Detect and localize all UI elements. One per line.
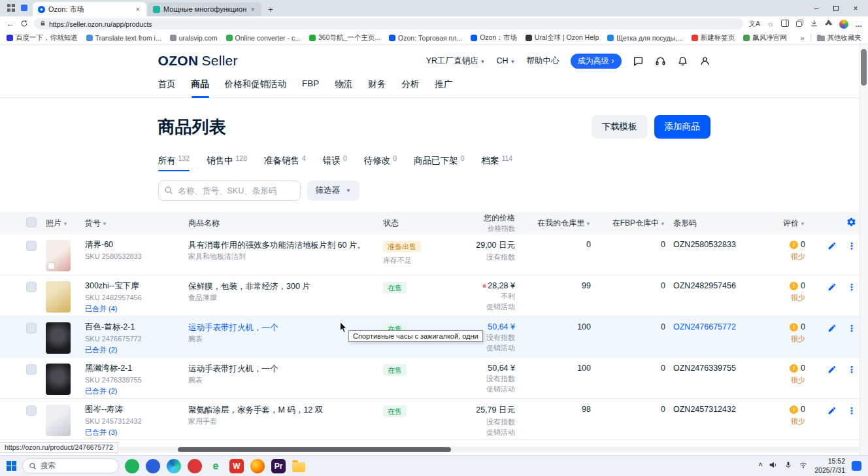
filter-tab[interactable]: 档案114 — [481, 155, 512, 169]
nav-item[interactable]: 首页 — [158, 73, 176, 97]
filter-tab[interactable]: 准备销售4 — [264, 155, 306, 169]
window-maximize-button[interactable] — [826, 0, 846, 16]
promo-note[interactable]: 促销活动 — [443, 428, 515, 437]
language-selector[interactable]: CH▼ — [497, 56, 516, 65]
row-more-menu-icon[interactable]: ⋮ — [847, 365, 856, 377]
taskbar-app-icon[interactable]: Pr — [271, 459, 286, 473]
headset-icon[interactable] — [655, 56, 666, 67]
favorites-star-icon[interactable]: ☆ — [767, 20, 773, 28]
network-wifi-icon[interactable] — [799, 460, 808, 472]
taskbar-app-icon[interactable]: e — [209, 459, 223, 473]
bookmarks-overflow-icon[interactable]: » — [801, 34, 805, 42]
download-icon[interactable] — [810, 20, 818, 28]
nav-item[interactable]: 商品 — [192, 73, 209, 97]
horizontal-scrollbar-thumb[interactable] — [178, 447, 451, 452]
window-minimize-button[interactable]: – — [807, 0, 826, 16]
row-more-menu-icon[interactable]: ⋮ — [847, 324, 856, 335]
filter-tab[interactable]: 待修改0 — [364, 155, 397, 169]
filter-tab[interactable]: 错误0 — [323, 155, 347, 169]
bookmark-item[interactable]: 360导航_一个主页... — [309, 33, 380, 42]
tray-chevron-icon[interactable]: ^ — [758, 462, 762, 469]
merged-link[interactable]: 已合并 (2) — [85, 345, 182, 355]
product-name-link[interactable]: 运动手表带打火机，一个 — [188, 364, 374, 374]
bookmark-item[interactable]: 新建标签页 — [692, 33, 735, 42]
extensions-icon[interactable] — [825, 20, 832, 28]
product-name-link[interactable]: 保鲜膜，包装，非常经济，300 片 — [188, 281, 374, 292]
chat-icon[interactable] — [633, 56, 644, 67]
nav-item[interactable]: 物流 — [335, 73, 352, 97]
row-more-menu-icon[interactable]: ⋮ — [847, 282, 856, 294]
product-thumbnail[interactable] — [46, 281, 71, 313]
edit-icon[interactable] — [827, 324, 837, 335]
table-settings-gear-icon[interactable] — [846, 217, 856, 229]
product-name-link[interactable]: 聚氨酯涂层，家务手套，M 码，12 双 — [188, 405, 374, 415]
edit-icon[interactable] — [827, 282, 837, 294]
bookmark-item[interactable]: Translate text from i... — [86, 34, 161, 42]
help-center-link[interactable]: 帮助中心 — [527, 56, 559, 67]
bookmark-item[interactable]: Щетка для посуды,... — [607, 34, 683, 42]
window-close-button[interactable]: × — [846, 0, 865, 16]
column-sku[interactable]: 货号▼ — [85, 218, 188, 229]
other-favorites-folder[interactable]: 其他收藏夹 — [817, 33, 862, 42]
column-my-warehouse[interactable]: 在我的仓库里▼ — [522, 218, 599, 229]
merged-link[interactable]: 已合并 (3) — [85, 428, 182, 437]
nav-item[interactable]: 推广 — [435, 73, 452, 97]
ozon-seller-logo[interactable]: OZONSeller — [158, 53, 238, 69]
notification-icon[interactable] — [852, 461, 861, 471]
bell-icon[interactable] — [677, 56, 688, 67]
row-checkbox[interactable] — [26, 364, 37, 375]
column-rating[interactable]: 评价▼ — [760, 218, 817, 229]
edit-icon[interactable] — [827, 406, 837, 418]
browser-tab-active[interactable]: Ozon: 市场 × — [33, 2, 146, 16]
bookmark-item[interactable]: 飙风净官网 — [743, 33, 787, 42]
workspace-icon[interactable] — [20, 3, 28, 14]
tab-close-icon[interactable]: × — [250, 5, 256, 13]
filter-tab[interactable]: 销售中128 — [207, 155, 247, 169]
bookmark-item[interactable]: Online converter - c... — [226, 34, 301, 42]
url-bar[interactable]: https://seller.ozon.ru/app/products — [34, 18, 743, 29]
table-row[interactable]: 图岑--寿涛 SKU 2457312432 已合并 (3) 聚氨酯涂层，家务手套… — [0, 399, 868, 440]
product-thumbnail[interactable] — [46, 240, 71, 271]
bookmark-item[interactable]: Ozon: Торговая пл... — [389, 34, 462, 42]
add-product-button[interactable]: 添加商品 — [654, 115, 710, 139]
table-row[interactable]: 300zhi--宝下摩 SKU 2482957456 已合并 (4) 保鲜膜，包… — [0, 275, 868, 316]
bookmark-item[interactable]: 百度一下，你就知道 — [7, 33, 78, 42]
row-more-menu-icon[interactable]: ⋮ — [847, 406, 856, 418]
refresh-icon[interactable] — [20, 20, 28, 29]
horizontal-scrollbar[interactable] — [0, 447, 860, 452]
edit-icon[interactable] — [827, 365, 837, 377]
row-checkbox[interactable] — [26, 282, 37, 292]
profile-avatar[interactable] — [839, 20, 848, 29]
row-checkbox[interactable] — [26, 241, 37, 251]
search-input[interactable] — [158, 180, 301, 201]
nav-item[interactable]: 财务 — [368, 73, 386, 97]
filter-tab[interactable]: 商品已下架0 — [414, 155, 464, 169]
product-thumbnail[interactable] — [46, 405, 71, 436]
table-row[interactable]: 黑濑湾标-2-1 SKU 2476339755 已合并 (2) 运动手表带打火机… — [0, 358, 868, 399]
nav-item[interactable]: 分析 — [401, 73, 419, 97]
table-row[interactable]: 清界-60 SKU 2580532833 具有消毒作用的强效多功能清洁地板片剂 … — [0, 234, 868, 275]
taskbar-clock[interactable]: 15:52 2025/7/31 — [814, 457, 845, 475]
user-icon[interactable] — [699, 56, 710, 67]
row-more-menu-icon[interactable]: ⋮ — [847, 241, 856, 253]
taskbar-app-icon[interactable] — [292, 462, 305, 472]
sidebar-icon[interactable] — [781, 20, 789, 28]
column-fbp-warehouse[interactable]: 在FBP仓库中▼ — [599, 218, 673, 229]
microphone-icon[interactable] — [784, 460, 792, 472]
nav-item[interactable]: 价格和促销活动 — [225, 73, 287, 97]
back-icon[interactable]: ← — [6, 20, 14, 28]
taskbar-app-icon[interactable] — [167, 459, 181, 473]
tab-close-icon[interactable]: × — [135, 5, 141, 13]
product-name-link[interactable]: 具有消毒作用的强效多功能清洁地板片剂 60 片。 — [188, 240, 374, 250]
merged-link[interactable]: 已合并 (4) — [85, 304, 182, 314]
taskbar-app-icon[interactable] — [188, 459, 202, 473]
new-tab-button[interactable]: + — [264, 3, 277, 16]
edit-icon[interactable] — [827, 241, 837, 253]
store-selector[interactable]: YR工厂直销店▼ — [426, 56, 486, 67]
nav-item[interactable]: FBP — [302, 73, 319, 97]
promo-note[interactable]: 促销活动 — [443, 344, 515, 352]
collections-icon[interactable] — [796, 20, 803, 28]
taskbar-app-icon[interactable] — [146, 459, 160, 473]
select-all-checkbox[interactable] — [26, 217, 37, 228]
filter-tab[interactable]: 所有132 — [158, 155, 190, 169]
